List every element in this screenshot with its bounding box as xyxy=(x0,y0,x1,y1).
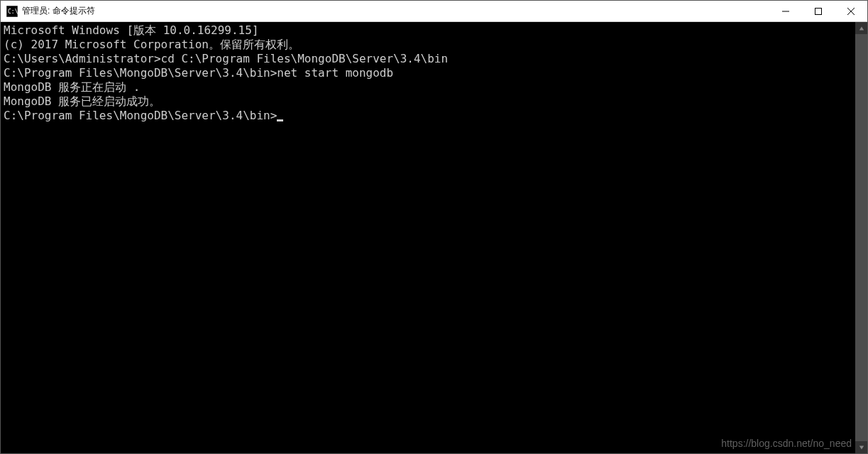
terminal-line: Microsoft Windows [版本 10.0.16299.15] xyxy=(4,23,852,38)
terminal-area: Microsoft Windows [版本 10.0.16299.15](c) … xyxy=(1,22,867,453)
svg-marker-7 xyxy=(859,445,863,449)
vertical-scrollbar[interactable] xyxy=(855,22,867,453)
scrollbar-up-button[interactable] xyxy=(855,22,867,34)
terminal-line: MongoDB 服务已经启动成功。 xyxy=(4,94,852,109)
close-button[interactable] xyxy=(835,1,867,21)
svg-text:C:\: C:\ xyxy=(8,9,18,15)
terminal-line: MongoDB 服务正在启动 . xyxy=(4,80,852,94)
terminal-line: C:\Program Files\MongoDB\Server\3.4\bin>… xyxy=(4,66,852,80)
cursor xyxy=(277,119,283,121)
svg-rect-3 xyxy=(815,8,822,14)
command-prompt-window: C:\ 管理员: 命令提示符 Microsoft Windows [版本 10.… xyxy=(0,0,868,454)
window-controls xyxy=(769,1,867,21)
scrollbar-thumb[interactable] xyxy=(855,34,867,441)
cmd-icon: C:\ xyxy=(6,6,18,17)
svg-marker-6 xyxy=(859,26,863,30)
terminal-line: (c) 2017 Microsoft Corporation。保留所有权利。 xyxy=(4,38,852,52)
terminal-content[interactable]: Microsoft Windows [版本 10.0.16299.15](c) … xyxy=(1,22,855,453)
scrollbar-track[interactable] xyxy=(855,34,867,441)
watermark-text: https://blog.csdn.net/no_need xyxy=(721,438,852,449)
terminal-line: C:\Users\Administrator>cd C:\Program Fil… xyxy=(4,52,852,66)
terminal-prompt: C:\Program Files\MongoDB\Server\3.4\bin> xyxy=(4,109,277,122)
terminal-prompt-line: C:\Program Files\MongoDB\Server\3.4\bin> xyxy=(4,109,283,122)
titlebar[interactable]: C:\ 管理员: 命令提示符 xyxy=(1,1,867,22)
scrollbar-down-button[interactable] xyxy=(855,441,867,453)
maximize-button[interactable] xyxy=(802,1,835,21)
minimize-button[interactable] xyxy=(769,1,802,21)
window-title: 管理员: 命令提示符 xyxy=(22,5,769,17)
